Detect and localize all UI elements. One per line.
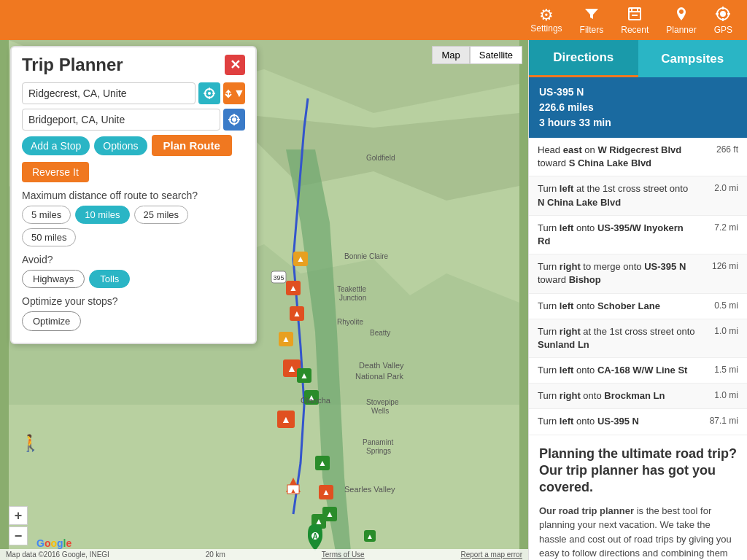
svg-rect-25 [290,306,304,321]
direction-item-8: Turn right onto Brockman Ln 1.0 mi [529,384,747,409]
svg-text:▲: ▲ [296,254,305,264]
optimize-button[interactable]: Optimize [22,311,81,331]
direction-item-4: Turn right to merge onto US-395 N toward… [529,254,747,293]
direction-dist-8: 1.0 mi [702,389,738,402]
optimize-label: Optimize your stops? [22,295,245,307]
terms-link[interactable]: Terms of Use [322,551,365,559]
map-footer: Map data ©2016 Google, INEGI 20 km Terms… [0,549,528,560]
reverse-button[interactable]: Reverse It [22,162,89,182]
filters-label: Filters [580,25,604,35]
avoid-tolls[interactable]: Tolls [89,270,130,288]
svg-rect-0 [629,8,640,20]
direction-dist-4: 126 mi [702,260,738,273]
direction-item-5: Turn left onto Schober Lane 0.5 mi [529,294,747,319]
street-view-icon[interactable]: 🚶 [20,434,40,453]
svg-text:▲: ▲ [289,283,298,293]
destination-row [22,109,245,131]
direction-text-4: Turn right to merge onto US-395 N toward… [538,260,702,287]
settings-label: Settings [530,23,562,34]
direction-text-8: Turn right onto Brockman Ln [538,389,702,402]
svg-rect-17 [283,359,301,377]
planner-label: Planner [666,25,696,35]
avoid-options: Highways Tolls [22,270,245,288]
svg-rect-29 [293,252,308,266]
settings-tool[interactable]: ⚙ Settings [530,7,562,34]
svg-text:Bonnie Claire: Bonnie Claire [344,252,388,260]
svg-text:▲: ▲ [307,392,316,402]
satellite-button[interactable]: Satellite [470,46,522,64]
svg-rect-41 [364,530,376,542]
report-link[interactable]: Report a map error [460,551,522,559]
direction-dist-5: 0.5 mi [702,300,738,312]
distance-10mi[interactable]: 10 miles [75,206,129,224]
origin-row: ▼ [22,82,245,104]
planner-icon [673,6,689,25]
svg-rect-27 [286,281,301,295]
filters-tool[interactable]: Filters [580,6,604,35]
origin-arrow-button[interactable]: ▼ [223,82,245,104]
distance-5mi[interactable]: 5 miles [22,206,71,224]
google-logo: Google [36,537,71,549]
planner-tool[interactable]: Planner [666,6,696,35]
direction-dist-2: 2.0 mi [702,182,738,195]
svg-rect-21 [297,368,311,383]
add-stop-button[interactable]: Add a Stop [22,136,90,155]
filters-icon [584,6,600,25]
direction-item-9: Turn left onto US-395 N 87.1 mi [529,409,747,435]
map-attribution: Map data ©2016 Google, INEGI [6,551,109,559]
promo-text: Our road trip planner is the best tool f… [539,504,737,560]
svg-text:Junction: Junction [339,294,366,302]
svg-text:▲: ▲ [318,458,327,468]
direction-dist-3: 7.2 mi [702,222,738,234]
svg-text:▲: ▲ [300,370,309,381]
svg-text:▲: ▲ [290,487,297,494]
trip-planner-panel: Trip Planner ✕ [10,46,257,344]
recent-tool[interactable]: Recent [621,6,649,35]
direction-item-3: Turn left onto US-395/W Inyokern Rd 7.2 … [529,216,747,254]
promo-title: Planning the ultimate road trip? Our tri… [539,446,737,497]
distance-50mi[interactable]: 50 miles [22,228,76,246]
direction-item-7: Turn left onto CA-168 W/W Line St 1.5 mi [529,358,747,384]
plan-route-button[interactable]: Plan Route [152,135,232,156]
close-button[interactable]: ✕ [225,55,245,75]
direction-dist-1: 266 ft [702,144,738,156]
tab-bar: Directions Campsites [529,40,747,77]
svg-text:Teakettle: Teakettle [337,285,366,293]
locate-destination-button[interactable] [223,109,245,131]
distance-25mi[interactable]: 25 miles [134,206,188,224]
route-summary: US-395 N 226.6 miles 3 hours 33 min [529,77,747,138]
tab-campsites[interactable]: Campsites [638,40,748,77]
recent-label: Recent [621,25,649,35]
svg-text:Beatty: Beatty [370,329,390,337]
svg-text:National Park: National Park [355,372,404,381]
gps-label: GPS [714,25,732,35]
locate-origin-button[interactable] [198,82,220,104]
map-scale: 20 km [206,551,225,559]
tab-directions[interactable]: Directions [529,40,638,77]
avoid-highways[interactable]: Highways [22,270,85,288]
svg-text:▲: ▲ [322,487,330,497]
main-layout: ▲ ▲ ▲ ▲ ▲ ▲ [0,40,747,560]
map-button[interactable]: Map [432,46,469,64]
origin-input[interactable] [22,82,196,104]
gps-icon [715,6,731,25]
zoom-out-button[interactable]: − [9,526,28,545]
gps-tool[interactable]: GPS [714,6,732,35]
directions-list: Head east on W Ridgecrest Blvd toward S … [529,138,747,435]
avoid-label: Avoid? [22,254,245,265]
trip-panel-header: Trip Planner ✕ [22,55,245,75]
svg-point-6 [721,12,725,16]
options-button[interactable]: Options [94,136,147,155]
svg-text:▲: ▲ [325,509,334,519]
direction-text-5: Turn left onto Schober Lane [538,300,702,313]
max-distance-label: Maximum distance off route to search? [22,190,245,201]
svg-text:A: A [312,532,317,540]
trip-title: Trip Planner [22,55,123,75]
svg-point-64 [208,92,211,95]
route-name: US-395 N [539,85,737,100]
svg-rect-15 [277,411,295,428]
svg-rect-19 [279,332,293,346]
zoom-in-button[interactable]: + [9,506,28,525]
destination-input[interactable] [22,109,220,131]
svg-text:Stovepipe: Stovepipe [366,398,399,406]
